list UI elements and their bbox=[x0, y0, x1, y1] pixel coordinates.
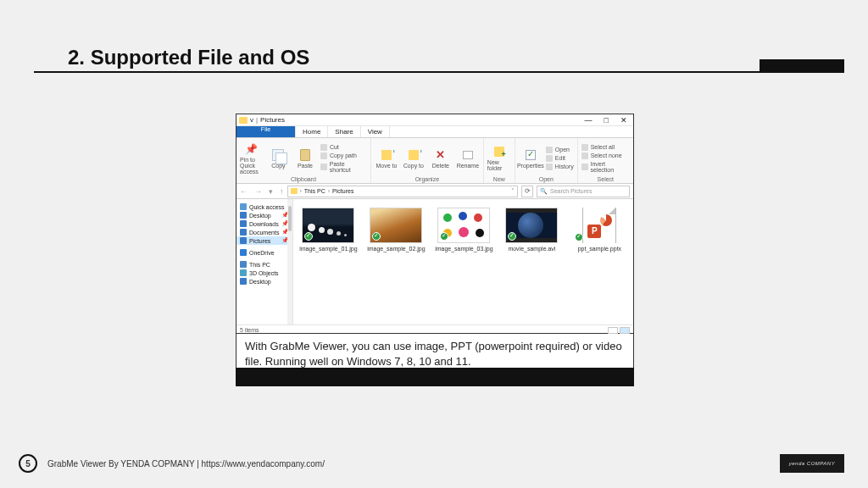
downloads-icon bbox=[240, 220, 247, 227]
window-titlebar[interactable]: v | Pictures — □ ✕ bbox=[236, 114, 633, 126]
back-button[interactable]: ← bbox=[240, 187, 248, 196]
invertselection-button[interactable]: Invert selection bbox=[581, 161, 630, 173]
star-icon bbox=[240, 203, 247, 210]
titlebar-drive: v bbox=[250, 116, 253, 124]
corner-accent bbox=[760, 59, 844, 73]
pasteshortcut-button[interactable]: Paste shortcut bbox=[320, 161, 367, 173]
copy-button[interactable]: Copy bbox=[267, 140, 291, 176]
open-button[interactable]: Open bbox=[546, 147, 574, 153]
properties-button[interactable]: Properties bbox=[519, 140, 542, 176]
recent-dropdown[interactable]: ▾ bbox=[269, 187, 273, 196]
sidebar-scrollbar[interactable] bbox=[287, 199, 292, 324]
footer-text: GrabMe Viewer By YENDA COPMANY | https:/… bbox=[47, 459, 325, 469]
copypath-button[interactable]: Copy path bbox=[320, 152, 367, 159]
tab-view[interactable]: View bbox=[361, 126, 390, 137]
history-button[interactable]: History bbox=[546, 164, 574, 170]
forward-button[interactable]: → bbox=[254, 187, 262, 196]
paste-button[interactable]: Paste bbox=[293, 140, 317, 176]
newfolder-icon bbox=[494, 147, 504, 157]
pasteshortcut-icon bbox=[320, 164, 327, 170]
file-item[interactable]: image_sample_03.jpg bbox=[434, 208, 493, 316]
edit-icon bbox=[546, 155, 553, 162]
refresh-button[interactable]: ⟳ bbox=[521, 186, 533, 197]
chevron-right-icon: › bbox=[300, 188, 302, 194]
properties-icon bbox=[526, 150, 536, 160]
rename-icon bbox=[463, 151, 473, 159]
file-thumbnail bbox=[505, 208, 558, 243]
sidebar-item-pictures[interactable]: Pictures📌 bbox=[236, 236, 292, 245]
sidebar-item-quick-access[interactable]: Quick access bbox=[236, 202, 292, 211]
file-name: image_sample_01.jpg bbox=[299, 246, 358, 252]
group-label-organize: Organize bbox=[375, 176, 480, 183]
up-button[interactable]: ↑ bbox=[280, 187, 284, 196]
history-icon bbox=[546, 164, 553, 170]
group-open: Properties Open Edit History Open bbox=[515, 138, 578, 183]
file-thumbnail: P bbox=[573, 208, 626, 243]
edit-button[interactable]: Edit bbox=[546, 155, 574, 162]
sidebar-item-3dobjects[interactable]: 3D Objects bbox=[236, 269, 292, 277]
move-icon bbox=[381, 150, 392, 160]
sidebar-item-downloads[interactable]: Downloads📌 bbox=[236, 219, 292, 228]
tab-share[interactable]: Share bbox=[328, 126, 360, 137]
chevron-right-icon: › bbox=[328, 188, 330, 194]
titlebar-folder: Pictures bbox=[260, 116, 285, 124]
sidebar-item-onedrive[interactable]: OneDrive bbox=[236, 248, 292, 257]
view-details-button[interactable] bbox=[608, 327, 618, 334]
close-button[interactable]: ✕ bbox=[620, 116, 627, 125]
copypath-icon bbox=[320, 152, 327, 159]
file-thumbnail bbox=[370, 208, 422, 243]
newfolder-button[interactable]: New folder bbox=[487, 140, 511, 176]
group-new: New folder New bbox=[484, 138, 515, 183]
moveto-button[interactable]: Move to bbox=[375, 140, 398, 176]
maximize-button[interactable]: □ bbox=[604, 116, 609, 125]
group-label-select: Select bbox=[581, 176, 630, 183]
delete-button[interactable]: ✕Delete bbox=[429, 140, 453, 176]
documents-icon bbox=[240, 229, 247, 236]
breadcrumb-folder[interactable]: Pictures bbox=[332, 188, 353, 194]
titlebar-sep: | bbox=[256, 116, 258, 124]
delete-icon: ✕ bbox=[434, 148, 448, 162]
address-bar[interactable]: › This PC › Pictures ˅ bbox=[287, 186, 519, 197]
accent-bar bbox=[236, 368, 634, 386]
sidebar-item-documents[interactable]: Documents📌 bbox=[236, 228, 292, 236]
file-item[interactable]: image_sample_02.jpg bbox=[366, 208, 426, 316]
file-thumbnail bbox=[437, 208, 490, 243]
chevron-down-icon[interactable]: ˅ bbox=[511, 188, 515, 195]
ppt-icon: P bbox=[582, 208, 616, 243]
search-placeholder: Search Pictures bbox=[550, 188, 592, 194]
selectnone-button[interactable]: Select none bbox=[581, 152, 630, 159]
copyto-button[interactable]: Copy to bbox=[402, 140, 426, 176]
page-number: 5 bbox=[19, 454, 37, 473]
sync-badge-icon bbox=[440, 232, 448, 241]
sync-badge-icon bbox=[372, 232, 381, 241]
group-organize: Move to Copy to ✕Delete Rename Organize bbox=[371, 138, 484, 183]
file-pane[interactable]: image_sample_01.jpg image_sample_02.jpg … bbox=[293, 199, 634, 324]
group-clipboard: 📌Pin to Quick access Copy Paste Cut Copy… bbox=[236, 138, 371, 183]
file-name: movie_sample.avi bbox=[508, 246, 555, 252]
selectall-button[interactable]: Select all bbox=[581, 144, 630, 151]
title-underline bbox=[34, 71, 839, 73]
file-explorer-window: v | Pictures — □ ✕ File Home Share View … bbox=[236, 114, 634, 334]
folder-icon bbox=[239, 117, 248, 124]
search-input[interactable]: 🔍 Search Pictures bbox=[537, 186, 630, 197]
sidebar-item-thispc[interactable]: This PC bbox=[236, 260, 292, 269]
file-item[interactable]: movie_sample.avi bbox=[502, 208, 561, 316]
file-name: image_sample_02.jpg bbox=[367, 246, 426, 252]
paste-icon bbox=[300, 149, 310, 161]
minimize-button[interactable]: — bbox=[585, 116, 593, 125]
cut-button[interactable]: Cut bbox=[320, 144, 367, 151]
group-label-clipboard: Clipboard bbox=[240, 176, 367, 183]
sidebar-item-desktop[interactable]: Desktop📌 bbox=[236, 211, 292, 219]
selectnone-icon bbox=[581, 152, 588, 159]
file-item[interactable]: image_sample_01.jpg bbox=[298, 208, 358, 316]
tab-file[interactable]: File bbox=[236, 126, 296, 137]
breadcrumb-root[interactable]: This PC bbox=[304, 188, 326, 194]
pin-button[interactable]: 📌Pin to Quick access bbox=[240, 140, 264, 176]
file-item[interactable]: P ppt_sample.pptx bbox=[570, 208, 629, 316]
view-thumbnails-button[interactable] bbox=[620, 327, 630, 334]
group-label-open: Open bbox=[519, 176, 574, 183]
tab-home[interactable]: Home bbox=[296, 126, 328, 137]
sidebar-item-desktop2[interactable]: Desktop bbox=[236, 277, 292, 286]
cut-icon bbox=[320, 144, 327, 151]
rename-button[interactable]: Rename bbox=[456, 140, 480, 176]
